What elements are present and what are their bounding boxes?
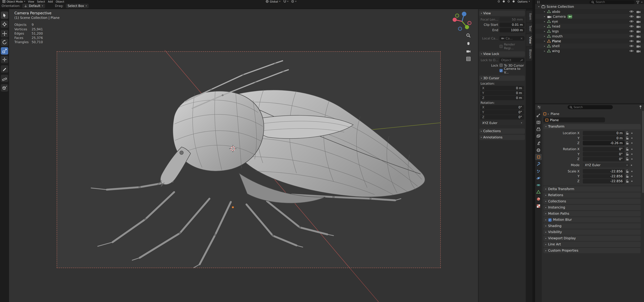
cursor-rotation-y-field[interactable]: Y0° — [480, 110, 524, 115]
tab-output[interactable] — [535, 126, 542, 132]
measure-tool-button[interactable] — [1, 75, 8, 82]
breadcrumb-object[interactable]: Plane — [550, 112, 559, 116]
lock-button[interactable] — [625, 174, 630, 178]
location-z-field[interactable]: -0.26 m — [583, 141, 624, 145]
lock-button[interactable] — [625, 157, 630, 161]
tab-material[interactable] — [535, 196, 542, 202]
move-tool-button[interactable] — [1, 30, 8, 37]
menu-view[interactable]: View — [28, 0, 34, 3]
panel-collections[interactable]: ▸Collections — [543, 199, 641, 204]
menu-add[interactable]: Add — [48, 0, 53, 3]
outliner-row-eye[interactable]: ▸ eye — [535, 19, 644, 24]
annotate-tool-button[interactable] — [1, 65, 8, 73]
hide-eye-icon[interactable] — [629, 29, 634, 33]
animate-dot[interactable] — [630, 154, 634, 155]
panel-shading[interactable]: ▸Shading — [543, 223, 641, 229]
hide-eye-icon[interactable] — [629, 49, 634, 52]
eyedropper-icon[interactable] — [520, 58, 523, 61]
lock-button[interactable] — [625, 170, 630, 173]
rotation-x-field[interactable]: 0° — [583, 147, 624, 152]
cursor-location-x-field[interactable]: X0 m — [480, 86, 524, 90]
cursor-location-z-field[interactable]: Z0 m — [480, 96, 524, 100]
disclosure-icon[interactable]: ▸ — [543, 25, 546, 28]
zoom-button[interactable] — [465, 32, 472, 38]
scale-x-field[interactable]: -22.856 — [583, 169, 624, 174]
tab-object-data[interactable] — [535, 189, 542, 195]
snapping-dropdown[interactable]: ▾ — [283, 0, 288, 3]
location-x-field[interactable]: 0 m — [583, 131, 624, 135]
disclosure-icon[interactable]: ▸ — [543, 15, 546, 18]
pin-icon[interactable] — [639, 105, 642, 109]
disable-render-icon[interactable] — [636, 39, 641, 43]
camera-view-button[interactable] — [465, 48, 472, 54]
disable-render-icon[interactable] — [636, 19, 641, 23]
gizmo-neg-y-axis[interactable] — [456, 14, 459, 17]
panel-visibility[interactable]: ▸Visibility — [543, 230, 641, 235]
gizmo-z-axis[interactable] — [462, 12, 466, 16]
cursor-rotation-mode-dropdown[interactable]: XYZ Euler ▾ — [480, 120, 524, 125]
lock-button[interactable] — [625, 147, 630, 151]
tab-scene[interactable] — [535, 140, 542, 146]
drag-mode-dropdown[interactable]: Select Box ▾ — [66, 3, 89, 8]
tab-blosm[interactable]: Blosm — [526, 47, 532, 61]
proportional-editing-dropdown[interactable]: ▾ — [291, 0, 296, 3]
tab-render[interactable] — [535, 119, 542, 125]
object-name-field[interactable]: Plane — [543, 117, 605, 122]
animate-dot[interactable] — [630, 142, 634, 144]
lock-button[interactable] — [625, 152, 630, 156]
tab-view[interactable]: View — [526, 34, 532, 46]
navigation-gizmo[interactable] — [450, 10, 474, 33]
rotation-mode-dropdown[interactable]: XYZ Euler ▾ — [583, 163, 630, 168]
shading-material-icon[interactable] — [508, 0, 510, 2]
cursor-rotation-z-field[interactable]: Z0° — [480, 115, 524, 119]
options-dropdown[interactable]: Options ▾ — [518, 0, 530, 3]
lock-button[interactable] — [625, 141, 630, 145]
pan-button[interactable] — [465, 40, 472, 46]
rotation-z-field[interactable]: 0° — [583, 157, 624, 161]
shading-wireframe-icon[interactable] — [498, 0, 500, 2]
transform-tool-button[interactable] — [1, 56, 8, 63]
hide-eye-icon[interactable] — [629, 44, 634, 47]
animate-dot[interactable] — [630, 165, 634, 166]
tab-item[interactable]: Item — [526, 11, 532, 22]
gizmo-neg-x-axis[interactable] — [468, 21, 471, 25]
cursor-section-header[interactable]: ▾ 3D Cursor — [479, 75, 525, 81]
panel-relations[interactable]: ▸Relations — [543, 192, 641, 198]
active-camera-chip[interactable] — [568, 14, 572, 18]
clip-start-field[interactable]: 0.01 m — [500, 22, 524, 27]
panel-viewport-display[interactable]: ▸Viewport Display — [543, 236, 641, 241]
lock-button[interactable] — [625, 136, 630, 140]
panel-motion-blur[interactable]: ▸✓Motion Blur — [543, 217, 641, 223]
animate-dot[interactable] — [630, 158, 634, 160]
outliner-row-scene-collection[interactable]: ▾ Scene Collection — [535, 4, 644, 9]
outliner-row-wing[interactable]: ▸ wing — [535, 48, 644, 53]
properties-search[interactable] — [568, 105, 613, 109]
disable-render-icon[interactable] — [636, 14, 641, 18]
shading-solid-icon[interactable] — [503, 0, 505, 2]
outliner-row-shell[interactable]: ▸ shell — [535, 43, 644, 48]
tab-modifiers[interactable] — [535, 161, 542, 167]
scale-z-field[interactable]: -22.856 — [583, 179, 624, 184]
disclosure-icon[interactable]: ▸ — [543, 40, 546, 42]
disable-render-icon[interactable] — [636, 49, 641, 53]
tab-object[interactable] — [535, 154, 542, 160]
hide-eye-icon[interactable] — [629, 25, 634, 28]
outliner-search-input[interactable] — [596, 0, 633, 3]
scale-tool-button[interactable] — [1, 47, 8, 55]
scale-y-field[interactable]: -22.856 — [583, 174, 624, 178]
collections-section-header[interactable]: ▸ Collections — [479, 128, 525, 134]
gizmo-y-axis[interactable] — [465, 25, 469, 29]
lock-button[interactable] — [625, 131, 630, 135]
disable-render-icon[interactable] — [636, 44, 641, 48]
disable-render-icon[interactable] — [636, 24, 641, 28]
hide-eye-icon[interactable] — [629, 20, 634, 23]
menu-object[interactable]: Object — [56, 0, 64, 3]
3d-viewport[interactable]: Camera Perspective (1) Scene Collection … — [9, 9, 532, 302]
transform-panel-header[interactable]: ▾ Transform — [543, 124, 641, 129]
animate-dot[interactable] — [630, 176, 634, 177]
orientation-dropdown[interactable]: Global ▾ — [266, 0, 280, 3]
panel-custom-properties[interactable]: ▸Custom Properties — [543, 248, 641, 253]
properties-search-input[interactable] — [574, 105, 610, 109]
tab-tool[interactable] — [535, 112, 542, 118]
gizmo-neg-z-axis[interactable] — [458, 27, 462, 30]
